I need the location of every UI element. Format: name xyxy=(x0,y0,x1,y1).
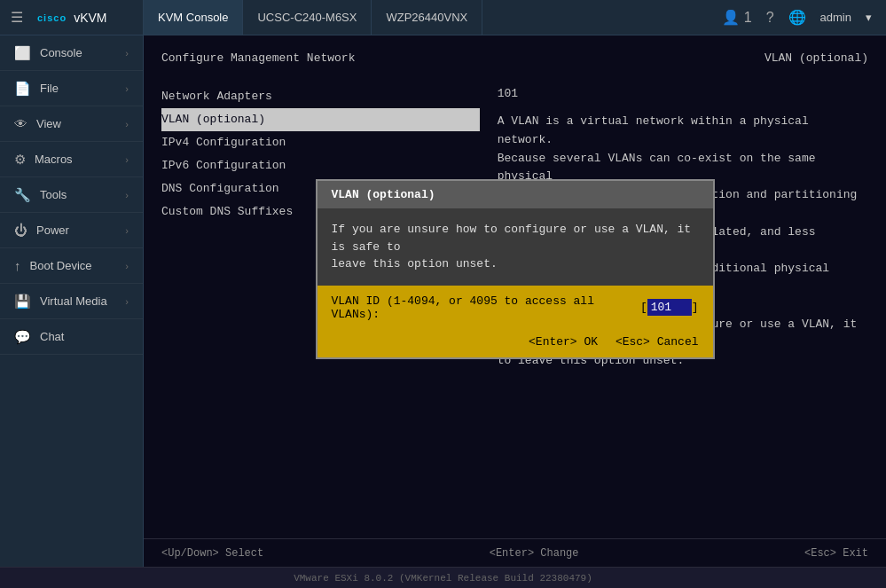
sidebar-label-chat: Chat xyxy=(40,330,129,343)
sidebar-label-file: File xyxy=(40,82,116,95)
cisco-wordmark: cisco xyxy=(37,12,67,23)
sidebar-item-boot-device[interactable]: ↑ Boot Device › xyxy=(0,248,143,284)
console-icon: ⬜ xyxy=(14,45,31,61)
virtual-media-icon: 💾 xyxy=(14,294,31,310)
sidebar-label-power: Power xyxy=(36,223,116,237)
sidebar-label-macros: Macros xyxy=(35,153,116,166)
dialog-overlay: VLAN (optional) If you are unsure how to… xyxy=(144,35,886,538)
power-icon: ⏻ xyxy=(14,223,27,238)
tools-arrow-icon: › xyxy=(125,190,129,200)
virtual-media-arrow-icon: › xyxy=(125,296,129,307)
sidebar-label-virtual-media: Virtual Media xyxy=(40,294,116,308)
dialog-cancel-button[interactable]: <Esc> Cancel xyxy=(615,335,699,349)
tab-server-model[interactable]: UCSC-C240-M6SX xyxy=(243,0,372,35)
tab-server-id[interactable]: WZP26440VNX xyxy=(372,0,482,35)
status-esc: <Esc> Exit xyxy=(804,547,868,560)
dialog-input-label: VLAN ID (1-4094, or 4095 to access all V… xyxy=(332,294,633,321)
sidebar-item-power[interactable]: ⏻ Power › xyxy=(0,213,143,248)
help-icon[interactable]: ? xyxy=(766,10,774,26)
topbar-right: 👤 1 ? 🌐 admin ▾ xyxy=(708,9,886,26)
sidebar-item-console[interactable]: ⬜ Console › xyxy=(0,35,143,71)
boot-icon: ↑ xyxy=(14,258,21,273)
status-updown: <Up/Down> Select xyxy=(161,547,263,560)
dialog-body: If you are unsure how to configure or us… xyxy=(318,208,713,286)
topbar: ☰ cisco vKVM KVM Console UCSC-C240-M6SX … xyxy=(0,0,886,35)
sidebar: ⬜ Console › 📄 File › 👁 View › ⚙ Macros ›… xyxy=(0,35,144,567)
macros-icon: ⚙ xyxy=(14,152,26,168)
app-title: vKVM xyxy=(74,11,106,25)
chat-icon: 💬 xyxy=(14,329,31,345)
dialog-input-brackets-open: [ xyxy=(640,301,647,314)
sidebar-item-file[interactable]: 📄 File › xyxy=(0,71,143,106)
kvm-area: Configure Management Network VLAN (optio… xyxy=(144,35,886,567)
dialog-input-brackets-close: ] xyxy=(692,301,699,314)
sidebar-item-virtual-media[interactable]: 💾 Virtual Media › xyxy=(0,284,143,319)
user-icon[interactable]: 👤 1 xyxy=(722,9,751,26)
power-arrow-icon: › xyxy=(125,225,129,236)
sidebar-label-tools: Tools xyxy=(40,188,116,201)
esxi-version: VMware ESXi 8.0.2 (VMKernel Release Buil… xyxy=(294,573,592,584)
view-arrow-icon: › xyxy=(125,119,129,129)
sidebar-label-boot: Boot Device xyxy=(30,259,117,272)
dialog-box: VLAN (optional) If you are unsure how to… xyxy=(316,179,715,359)
terminal: Configure Management Network VLAN (optio… xyxy=(144,35,886,538)
dialog-actions: <Enter> OK <Esc> Cancel xyxy=(318,330,713,357)
dialog-title: VLAN (optional) xyxy=(318,181,713,208)
dialog-input-row: VLAN ID (1-4094, or 4095 to access all V… xyxy=(318,286,713,330)
sidebar-label-view: View xyxy=(36,117,116,130)
console-arrow-icon: › xyxy=(125,48,129,59)
hamburger-icon[interactable]: ☰ xyxy=(11,9,23,27)
sidebar-item-chat[interactable]: 💬 Chat xyxy=(0,319,143,355)
sidebar-item-view[interactable]: 👁 View › xyxy=(0,106,143,142)
macros-arrow-icon: › xyxy=(125,154,129,165)
sidebar-item-tools[interactable]: 🔧 Tools › xyxy=(0,177,143,213)
view-icon: 👁 xyxy=(14,116,27,131)
sidebar-item-macros[interactable]: ⚙ Macros › xyxy=(0,142,143,177)
file-icon: 📄 xyxy=(14,81,31,97)
vlan-id-input[interactable] xyxy=(647,299,692,316)
topbar-logo: ☰ cisco vKVM xyxy=(0,0,144,35)
globe-icon[interactable]: 🌐 xyxy=(788,9,806,26)
username-label: admin xyxy=(820,11,851,24)
sidebar-label-console: Console xyxy=(40,46,116,59)
bottom-bar: VMware ESXi 8.0.2 (VMKernel Release Buil… xyxy=(0,567,886,588)
dialog-ok-button[interactable]: <Enter> OK xyxy=(529,335,598,349)
boot-arrow-icon: › xyxy=(125,261,129,271)
status-bar: <Up/Down> Select <Enter> Change <Esc> Ex… xyxy=(144,538,886,567)
topbar-tabs: KVM Console UCSC-C240-M6SX WZP26440VNX xyxy=(144,0,708,35)
user-chevron-icon[interactable]: ▾ xyxy=(866,11,872,24)
tools-icon: 🔧 xyxy=(14,187,31,203)
tab-kvm-console[interactable]: KVM Console xyxy=(144,0,243,35)
status-enter: <Enter> Change xyxy=(490,547,579,560)
file-arrow-icon: › xyxy=(125,83,129,94)
main-layout: ⬜ Console › 📄 File › 👁 View › ⚙ Macros ›… xyxy=(0,35,886,567)
